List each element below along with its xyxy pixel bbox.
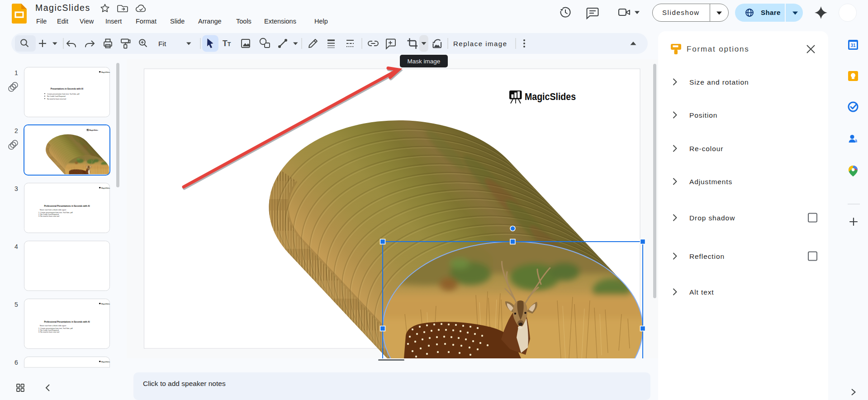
svg-text:Fit: Fit [158, 40, 166, 48]
svg-text:5: 5 [14, 301, 18, 308]
svg-text:Size and rotation: Size and rotation [689, 78, 749, 86]
svg-text:6: 6 [14, 359, 18, 366]
svg-text:31: 31 [850, 43, 856, 48]
svg-text:Alt text: Alt text [689, 288, 714, 296]
svg-text:TT: TT [223, 39, 231, 48]
svg-text:No need to learn new tool: No need to learn new tool [47, 98, 66, 100]
svg-text:Professional Presentations in: Professional Presentations in Seconds wi… [44, 321, 90, 323]
svg-text:3: 3 [14, 185, 18, 192]
svg-text:Reflection: Reflection [689, 252, 725, 260]
svg-text:Presentations in Seconds with: Presentations in Seconds with AI [51, 88, 83, 90]
svg-text:Never start from a blank slide: Never start from a blank slide again: [40, 325, 66, 327]
svg-text:MagicSlides: MagicSlides [101, 303, 110, 305]
svg-text:Drop shadow: Drop shadow [689, 214, 735, 222]
svg-text:4: 4 [14, 243, 18, 250]
svg-text:3. No need to learn new tool: 3. No need to learn new tool [38, 331, 59, 333]
svg-text:Position: Position [689, 111, 717, 119]
svg-text:Format options: Format options [687, 45, 749, 53]
svg-text:3. No need to learn new tool: 3. No need to learn new tool [38, 215, 59, 217]
svg-text:Re-colour: Re-colour [689, 145, 723, 152]
svg-text:MagicSlides: MagicSlides [101, 187, 110, 189]
svg-text:1: 1 [14, 69, 18, 76]
svg-text:Replace image: Replace image [453, 40, 508, 48]
svg-text:Adjustments: Adjustments [689, 178, 732, 186]
svg-text:MagicSlides: MagicSlides [101, 361, 110, 363]
svg-text:2: 2 [14, 127, 18, 134]
svg-text:Create presentation from text,: Create presentation from text, YouTube, … [47, 93, 80, 95]
svg-text:Professional Presentations in: Professional Presentations in Seconds wi… [44, 205, 90, 207]
svg-text:No Credit Card Required: No Credit Card Required [47, 95, 66, 97]
svg-text:Never start from a blank slide: Never start from a blank slide again: [40, 209, 66, 211]
svg-text:MagicSlides: MagicSlides [101, 71, 110, 73]
